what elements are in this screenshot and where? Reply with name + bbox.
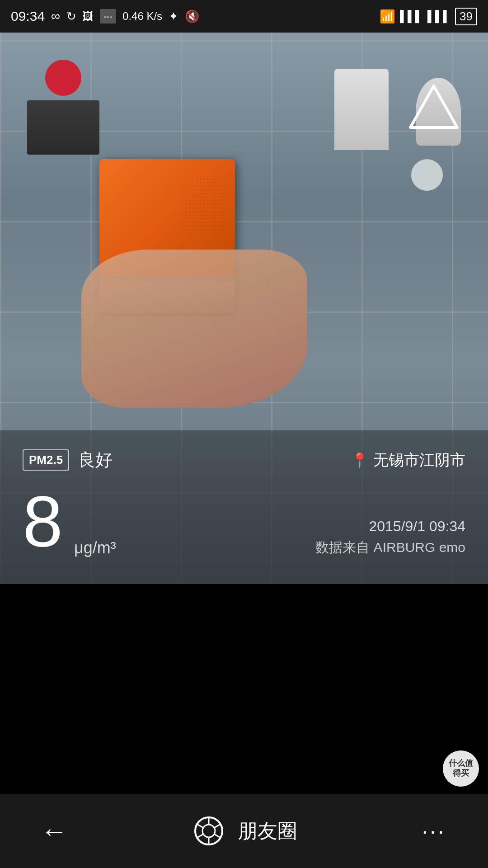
time-display: 09:34 [11, 9, 45, 24]
battery-display: 39 [455, 8, 477, 25]
mute-icon: 🔇 [185, 9, 199, 24]
photo-area: PM2.5 良好 📍 无锡市江阴市 8 μg/m³ 2015/9/1 09:34… [0, 33, 488, 584]
pm25-unit: μg/m³ [74, 538, 116, 557]
image-icon: 🖼 [83, 10, 94, 23]
message-icon: ··· [100, 9, 116, 24]
wifi-icon: 📶 [380, 9, 395, 24]
svg-line-6 [214, 834, 221, 838]
location-pin-icon: 📍 [351, 452, 369, 469]
svg-line-8 [197, 834, 203, 838]
svg-line-5 [214, 824, 221, 828]
kitchen-container-white [334, 69, 389, 150]
kitchen-item-small [411, 159, 443, 191]
svg-marker-0 [410, 86, 457, 127]
pm25-row: PM2.5 良好 📍 无锡市江阴市 [23, 448, 465, 472]
source-text: 数据来自 AIRBURG emo [315, 538, 465, 557]
pm25-value: 8 [23, 485, 63, 557]
pm25-section: PM2.5 良好 [23, 448, 113, 472]
location-text: 无锡市江阴市 [373, 450, 465, 471]
sync-icon: ↻ [66, 9, 76, 24]
status-bar: 09:34 ∞ ↻ 🖼 ··· 0.46 K/s ✦ 🔇 📶 ▌▌▌ ▌▌▌ 3… [0, 0, 488, 33]
date-source-section: 2015/9/1 09:34 数据来自 AIRBURG emo [315, 518, 465, 557]
info-overlay: PM2.5 良好 📍 无锡市江阴市 8 μg/m³ 2015/9/1 09:34… [0, 430, 488, 584]
location-section: 📍 无锡市江阴市 [351, 450, 465, 471]
signal-icon-2: ▌▌▌ [427, 10, 450, 23]
bottom-navigation: ← 朋友圈 ··· [0, 794, 488, 868]
watermark-badge: 什么值得买 [443, 750, 479, 787]
bluetooth-icon: ✦ [169, 9, 178, 24]
pm25-status-text: 良好 [78, 448, 113, 472]
nav-title: 朋友圈 [238, 818, 297, 844]
kitchen-appliance [27, 100, 99, 155]
nav-center-section: 朋友圈 [191, 813, 297, 849]
hand-silhouette [81, 250, 307, 408]
pm25-badge: PM2.5 [23, 449, 69, 471]
svg-line-9 [197, 824, 203, 828]
kitchen-item-red [45, 60, 81, 96]
date-text: 2015/9/1 09:34 [315, 518, 465, 535]
speaker-grille [181, 177, 226, 231]
triangle-logo [407, 82, 461, 132]
back-button[interactable]: ← [27, 816, 81, 847]
signal-icon-1: ▌▌▌ [400, 10, 423, 23]
camera-icon [191, 813, 227, 849]
svg-point-3 [202, 825, 215, 837]
infinity-icon: ∞ [51, 9, 60, 24]
data-speed: 0.46 K/s [122, 10, 162, 23]
more-button[interactable]: ··· [407, 818, 461, 844]
